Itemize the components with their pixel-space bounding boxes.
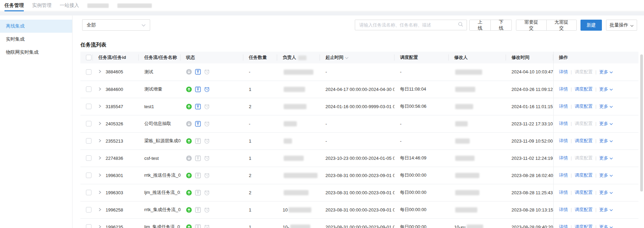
more-link[interactable]: 更多 <box>599 173 613 178</box>
detail-link[interactable]: 详情 <box>559 155 568 160</box>
filter-dropdown[interactable]: 全部 <box>82 19 150 31</box>
sidebar-item[interactable]: 离线集成 <box>0 20 72 33</box>
col-header-range[interactable]: 起止时间 <box>320 52 394 63</box>
schedule-config-link[interactable]: 调度配置 <box>575 138 593 143</box>
select-all-checkbox[interactable] <box>86 55 91 60</box>
detail-link[interactable]: 详情 <box>559 69 568 74</box>
detail-link[interactable]: 详情 <box>559 121 568 126</box>
online-status-icon <box>186 69 192 75</box>
schedule-config-link[interactable]: 调度配置 <box>575 69 593 74</box>
col-header-owner[interactable]: 负责人 <box>277 52 320 63</box>
more-link[interactable]: 更多 <box>599 207 613 212</box>
submit-status-icon <box>195 207 201 213</box>
schedule-config-link[interactable]: 调度配置 <box>575 224 593 228</box>
expand-chevron-icon[interactable] <box>98 208 101 211</box>
detail-link[interactable]: 详情 <box>559 138 568 143</box>
submit-status-icon <box>195 190 201 196</box>
detail-link[interactable]: 详情 <box>559 104 568 109</box>
online-status-icon <box>186 121 192 127</box>
nav-tab[interactable]: 任务管理 <box>4 0 24 11</box>
row-checkbox[interactable] <box>86 138 91 144</box>
row-checkbox[interactable] <box>86 224 91 228</box>
redacted-modifier <box>455 190 479 195</box>
schedule-config: 每日00:00:00 <box>400 224 427 228</box>
row-checkbox[interactable] <box>86 69 91 75</box>
expand-chevron-icon[interactable] <box>98 156 101 160</box>
row-checkbox[interactable] <box>86 190 91 195</box>
modified-time: 2023-08-28 16:02:40 <box>511 173 553 178</box>
schedule-status-icon <box>204 121 210 127</box>
more-link[interactable]: 更多 <box>599 121 613 126</box>
row-checkbox[interactable] <box>86 121 91 126</box>
page-title: 任务流列表 <box>80 42 106 48</box>
online-status-icon <box>186 138 192 144</box>
redacted-owner <box>284 138 292 144</box>
batch-actions-button[interactable]: 批量操作 <box>606 20 637 31</box>
schedule-config-link[interactable]: 调度配置 <box>575 104 593 109</box>
nav-tab[interactable]: 一站接入 <box>60 0 79 11</box>
create-button[interactable]: 新建 <box>580 20 602 31</box>
expand-chevron-icon[interactable] <box>98 190 101 194</box>
schedule-config: - <box>400 69 401 74</box>
schedule-config-link[interactable]: 调度配置 <box>575 86 593 92</box>
detail-link[interactable]: 详情 <box>559 86 568 92</box>
detail-link[interactable]: 详情 <box>559 224 568 228</box>
action-separator: | <box>595 121 596 126</box>
online-button[interactable]: 上线 <box>470 20 490 30</box>
table-row: 1996303 ljm_推送任务流_01 2 2023-08-31 00:00:… <box>80 184 638 201</box>
more-link[interactable]: 更多 <box>599 86 613 92</box>
col-header-modified: 修改时间 <box>506 52 553 63</box>
redacted-modifier <box>455 207 477 213</box>
schedule-config-link[interactable]: 调度配置 <box>575 173 593 178</box>
row-checkbox[interactable] <box>86 86 91 92</box>
more-link[interactable]: 更多 <box>599 190 613 195</box>
chevron-down-icon <box>630 23 634 28</box>
more-link[interactable]: 更多 <box>599 104 613 109</box>
no-submit-button[interactable]: 无需提交 <box>546 20 577 30</box>
expand-chevron-icon[interactable] <box>98 173 101 177</box>
detail-link[interactable]: 详情 <box>559 207 568 212</box>
sidebar-item[interactable]: 物联网实时集成 <box>0 46 72 59</box>
detail-link[interactable]: 详情 <box>559 190 568 195</box>
schedule-config-link[interactable]: 调度配置 <box>575 155 593 160</box>
need-submit-button[interactable]: 需要提交 <box>516 20 546 30</box>
expand-chevron-icon[interactable] <box>98 122 101 125</box>
sidebar: 离线集成 实时集成 物联网实时集成 <box>0 15 72 228</box>
search-box <box>355 20 467 30</box>
expand-chevron-icon[interactable] <box>98 87 101 91</box>
sort-caret-icon[interactable] <box>345 55 349 60</box>
modified-time: 2023-08-28 10:13:15 <box>511 207 553 213</box>
nav-tab[interactable]: 实例管理 <box>32 0 51 11</box>
modified-time: 2024-03-26 11:09:12 <box>511 87 553 92</box>
submit-status-icon <box>195 69 201 75</box>
vertical-scrollbar-thumb[interactable] <box>640 54 643 191</box>
more-link[interactable]: 更多 <box>599 69 613 74</box>
redacted-owner <box>284 87 305 92</box>
expand-chevron-icon[interactable] <box>98 139 101 143</box>
redacted-block <box>298 55 306 60</box>
flow-id: 3884605 <box>106 69 123 74</box>
schedule-config: 每日14:46:09 <box>400 155 427 160</box>
task-count: 2 <box>249 190 251 195</box>
more-link[interactable]: 更多 <box>599 155 613 160</box>
schedule-config-link[interactable]: 调度配置 <box>575 190 593 195</box>
schedule-status-icon <box>204 224 210 228</box>
schedule-config-link[interactable]: 调度配置 <box>575 207 593 212</box>
offline-button[interactable]: 下线 <box>490 20 511 30</box>
schedule-config: 每日11:08:04 <box>400 86 426 92</box>
search-input[interactable] <box>359 22 458 28</box>
expand-chevron-icon[interactable] <box>98 104 101 108</box>
expand-chevron-icon[interactable] <box>98 70 101 73</box>
search-icon[interactable] <box>458 22 463 28</box>
schedule-config-link[interactable]: 调度配置 <box>575 121 593 126</box>
row-checkbox[interactable] <box>86 104 91 109</box>
more-link[interactable]: 更多 <box>599 224 613 228</box>
expand-chevron-icon[interactable] <box>98 225 101 228</box>
sidebar-item[interactable]: 实时集成 <box>0 33 72 46</box>
more-link[interactable]: 更多 <box>599 138 613 143</box>
row-checkbox[interactable] <box>86 173 91 178</box>
row-checkbox[interactable] <box>86 207 91 213</box>
detail-link[interactable]: 详情 <box>559 173 568 178</box>
task-count: 1 <box>249 207 251 213</box>
row-checkbox[interactable] <box>86 155 91 161</box>
